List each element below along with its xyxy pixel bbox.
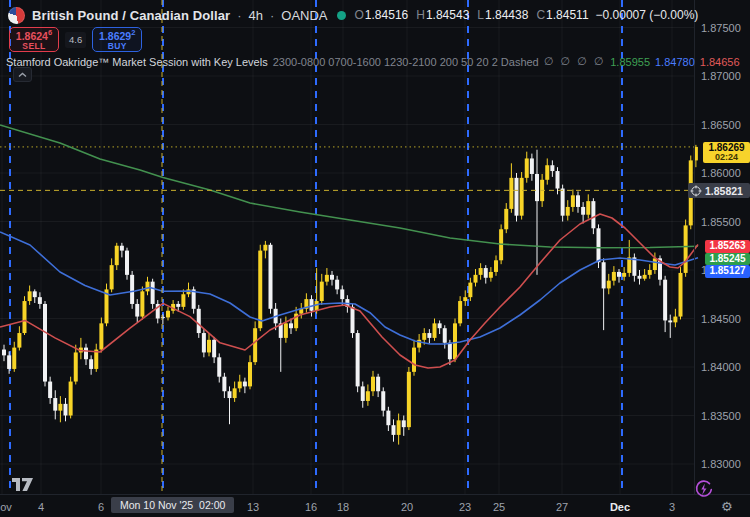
candle-body bbox=[120, 246, 124, 251]
candle-body bbox=[673, 317, 677, 323]
candle-body bbox=[550, 165, 554, 171]
candle-body bbox=[28, 291, 32, 301]
instant-order-lightning-icon[interactable] bbox=[694, 480, 713, 499]
candle-body bbox=[684, 225, 688, 273]
time-axis-tick: Dec bbox=[610, 501, 630, 513]
candle-body bbox=[443, 328, 447, 343]
candle-body bbox=[515, 178, 519, 216]
candle-body bbox=[99, 323, 103, 349]
candle-body bbox=[397, 420, 401, 435]
candle-body bbox=[43, 304, 47, 382]
candle-body bbox=[84, 348, 88, 360]
candle-body bbox=[402, 420, 406, 427]
candle-body bbox=[376, 377, 380, 392]
candle-body bbox=[64, 404, 68, 416]
indicator-value-red: 1.84656 bbox=[700, 56, 740, 68]
candle-body bbox=[566, 207, 570, 216]
title-separator: · bbox=[237, 8, 241, 23]
close-value: 1.84511 bbox=[546, 8, 589, 22]
indicator-title: Stamford Oakridge™ Market Session with K… bbox=[6, 56, 268, 68]
time-axis-tick: 27 bbox=[556, 501, 568, 513]
candle-body bbox=[202, 333, 206, 352]
candle-body bbox=[581, 207, 585, 215]
price-chart-canvas[interactable] bbox=[0, 0, 750, 494]
candle-body bbox=[130, 275, 134, 304]
price-axis-tick: 1.83000 bbox=[701, 458, 741, 470]
bar-countdown: 02:24 bbox=[703, 153, 750, 162]
candle-body bbox=[140, 291, 144, 316]
change-value: −0.00007 (−0.00%) bbox=[596, 8, 699, 22]
candle-body bbox=[289, 323, 293, 328]
candle-body bbox=[351, 307, 355, 333]
candle-body bbox=[161, 317, 165, 318]
tradingview-logo-icon[interactable] bbox=[12, 477, 34, 492]
price-axis-tick: 1.84000 bbox=[701, 361, 741, 373]
indicator-status-row[interactable]: Stamford Oakridge™ Market Session with K… bbox=[6, 55, 740, 68]
crosshair-time-label: Mon 10 Nov '25 02:00 bbox=[111, 497, 234, 513]
settings-gear-icon[interactable]: ⚙ bbox=[721, 499, 733, 514]
time-axis-tick: 6 bbox=[98, 501, 104, 513]
candle-body bbox=[361, 386, 365, 401]
symbol-header: British Pound / Canadian Dollar · 4h · O… bbox=[8, 5, 698, 25]
candle-body bbox=[217, 357, 221, 376]
time-axis-border bbox=[0, 494, 750, 495]
candle-body bbox=[151, 282, 155, 304]
candle-body bbox=[617, 272, 621, 277]
time-axis-tick: 25 bbox=[493, 501, 505, 513]
candle-body bbox=[438, 323, 442, 328]
candle-body bbox=[561, 189, 565, 216]
ma-price-label: 1.85127 bbox=[705, 265, 750, 278]
candle-body bbox=[181, 294, 185, 307]
candle-body bbox=[176, 304, 180, 307]
candle-body bbox=[2, 350, 6, 356]
candle-body bbox=[222, 377, 226, 392]
candle-body bbox=[494, 260, 498, 272]
time-axis-tick: 4 bbox=[38, 501, 44, 513]
candle-body bbox=[663, 280, 667, 321]
crosshair-target-icon[interactable] bbox=[690, 185, 702, 197]
crosshair-price-label: 1.85821 bbox=[688, 183, 750, 198]
candle-body bbox=[125, 251, 129, 275]
sell-button[interactable]: 1.86246 SELL bbox=[9, 27, 59, 52]
low-value: 1.84438 bbox=[485, 8, 528, 22]
high-value: 1.84543 bbox=[426, 8, 469, 22]
candle-body bbox=[653, 258, 657, 270]
candle-body bbox=[69, 382, 73, 416]
time-axis-tick: Nov bbox=[0, 501, 12, 513]
candle-body bbox=[407, 372, 411, 427]
candle-body bbox=[556, 171, 560, 188]
candle-body bbox=[89, 359, 93, 369]
candle-body bbox=[474, 275, 478, 283]
symbol-title[interactable]: British Pound / Canadian Dollar bbox=[32, 8, 230, 23]
ma-50-line bbox=[0, 232, 698, 344]
candle-body bbox=[530, 158, 534, 174]
candle-body bbox=[422, 333, 426, 340]
candle-body bbox=[228, 391, 232, 398]
price-axis-tick: 1.84500 bbox=[701, 313, 741, 325]
candle-body bbox=[381, 391, 385, 410]
candle-body bbox=[335, 280, 339, 290]
candle-body bbox=[448, 343, 452, 359]
last-price-label: 1.86269 02:24 bbox=[703, 142, 750, 163]
candle-body bbox=[545, 165, 549, 180]
market-open-dot-icon[interactable] bbox=[337, 11, 346, 20]
candle-body bbox=[576, 195, 580, 207]
candle-body bbox=[48, 382, 52, 398]
candle-body bbox=[207, 340, 211, 353]
candle-body bbox=[135, 304, 139, 317]
price-axis-tick: 1.85500 bbox=[701, 216, 741, 228]
candle-body bbox=[38, 297, 42, 304]
candle-body bbox=[679, 273, 683, 317]
indicator-value-green: 1.85955 bbox=[610, 56, 650, 68]
timeframe-label[interactable]: 4h bbox=[248, 8, 262, 23]
exchange-label[interactable]: OANDA bbox=[281, 8, 327, 23]
indicator-collapse-button[interactable] bbox=[13, 67, 32, 82]
buy-button[interactable]: 1.86292 BUY bbox=[92, 27, 142, 52]
trade-panel: 1.86246 SELL 4.6 1.86292 BUY bbox=[9, 27, 142, 52]
symbol-pair-logo-icon[interactable] bbox=[8, 7, 25, 24]
candle-body bbox=[74, 352, 78, 381]
candle-body bbox=[433, 323, 437, 338]
candle-body bbox=[340, 289, 344, 299]
candle-body bbox=[607, 281, 611, 289]
price-axis-tick: 1.87000 bbox=[701, 70, 741, 82]
